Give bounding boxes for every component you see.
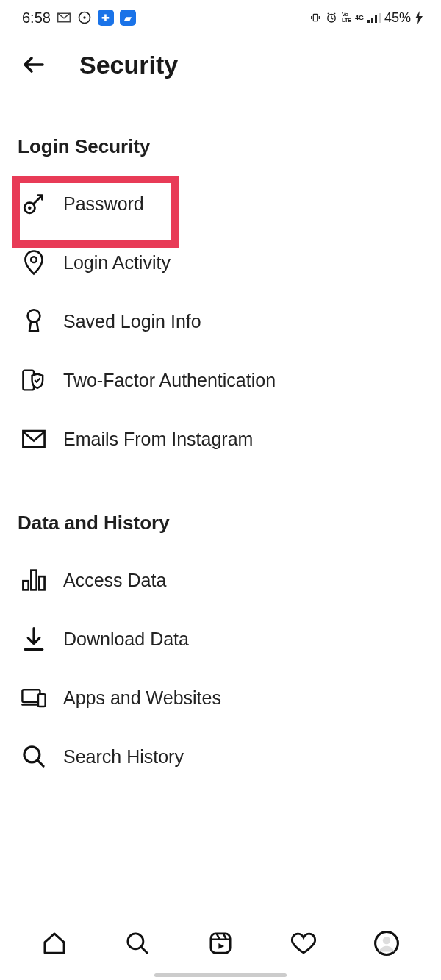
devices-icon — [21, 684, 47, 711]
menu-label-password: Password — [63, 193, 144, 215]
menu-label-access-data: Access Data — [63, 570, 166, 591]
nav-activity-button[interactable] — [287, 927, 320, 959]
volte-icon: VoLTE — [342, 12, 351, 24]
location-pin-icon — [21, 249, 47, 276]
svg-point-1 — [83, 16, 85, 18]
section-title-login-security: Login Security — [18, 135, 423, 158]
arrow-left-icon — [21, 51, 47, 78]
cellular-signal-icon — [368, 12, 381, 23]
menu-label-search-history: Search History — [63, 746, 184, 768]
nav-profile-button[interactable] — [370, 927, 403, 959]
download-icon — [21, 626, 47, 652]
whatsapp-icon — [77, 10, 92, 25]
svg-rect-4 — [368, 20, 370, 23]
menu-item-login-activity[interactable]: Login Activity — [18, 233, 423, 292]
section-divider — [0, 479, 441, 479]
envelope-icon — [21, 426, 47, 452]
status-left: 6:58 ✚ ▰ — [22, 10, 136, 26]
menu-label-login-activity: Login Activity — [63, 252, 171, 273]
magnifier-icon — [21, 743, 47, 770]
nav-home-button[interactable] — [38, 927, 71, 959]
svg-rect-15 — [31, 571, 36, 590]
search-icon — [125, 931, 150, 956]
svg-point-23 — [382, 937, 390, 944]
reels-icon — [208, 931, 233, 956]
menu-label-two-factor: Two-Factor Authentication — [63, 370, 276, 391]
menu-item-two-factor[interactable]: Two-Factor Authentication — [18, 351, 423, 409]
section-title-data-history: Data and History — [18, 512, 423, 534]
bar-chart-icon — [21, 567, 47, 593]
menu-list-data-history: Access Data Download Data Apps and Websi… — [18, 551, 423, 786]
heart-icon — [290, 931, 317, 955]
back-button[interactable] — [18, 49, 50, 81]
menu-item-saved-login-info[interactable]: Saved Login Info — [18, 292, 423, 351]
menu-item-emails[interactable]: Emails From Instagram — [18, 409, 423, 468]
app-badge-1-icon: ✚ — [98, 10, 114, 26]
network-4g-icon: 4G — [355, 14, 364, 21]
battery-percent: 45% — [384, 10, 411, 26]
svg-rect-18 — [38, 694, 46, 707]
page-header: Security — [0, 34, 441, 103]
svg-point-10 — [31, 257, 37, 262]
app-badge-2-icon: ▰ — [120, 10, 136, 26]
menu-item-search-history[interactable]: Search History — [18, 727, 423, 786]
nav-reels-button[interactable] — [204, 927, 237, 959]
home-indicator — [154, 973, 287, 977]
svg-rect-5 — [371, 18, 373, 23]
alarm-icon — [325, 11, 338, 24]
menu-item-password[interactable]: Password — [18, 174, 423, 233]
menu-item-apps-websites[interactable]: Apps and Websites — [18, 668, 423, 727]
menu-label-saved-login: Saved Login Info — [63, 311, 201, 332]
menu-label-emails: Emails From Instagram — [63, 429, 253, 450]
profile-avatar-icon — [373, 930, 400, 956]
svg-rect-6 — [375, 15, 377, 23]
menu-item-access-data[interactable]: Access Data — [18, 551, 423, 609]
charging-icon — [415, 11, 423, 24]
svg-point-9 — [28, 206, 32, 210]
status-bar: 6:58 ✚ ▰ VoLTE 4G 45% — [0, 0, 441, 34]
svg-rect-16 — [39, 576, 44, 590]
section-data-history: Data and History Access Data Download Da… — [0, 512, 441, 786]
status-right: VoLTE 4G 45% — [309, 10, 423, 26]
vibrate-icon — [309, 12, 321, 24]
menu-item-download-data[interactable]: Download Data — [18, 609, 423, 668]
menu-label-apps-websites: Apps and Websites — [63, 687, 221, 709]
svg-rect-7 — [379, 13, 381, 23]
svg-rect-2 — [313, 14, 317, 21]
bottom-nav — [0, 917, 441, 980]
menu-list-login-security: Password Login Activity Saved Login Info… — [18, 174, 423, 468]
shield-phone-icon — [21, 367, 47, 393]
keyhole-icon — [21, 308, 47, 335]
home-icon — [42, 931, 67, 956]
status-time: 6:58 — [22, 10, 51, 26]
svg-rect-14 — [23, 581, 28, 590]
menu-label-download-data: Download Data — [63, 629, 189, 650]
key-icon — [21, 190, 47, 217]
gmail-icon — [57, 12, 71, 24]
svg-point-11 — [28, 310, 40, 322]
section-login-security: Login Security Password Login Activity S… — [0, 135, 441, 468]
page-title: Security — [79, 51, 178, 79]
nav-search-button[interactable] — [121, 927, 154, 959]
svg-rect-21 — [211, 934, 230, 953]
